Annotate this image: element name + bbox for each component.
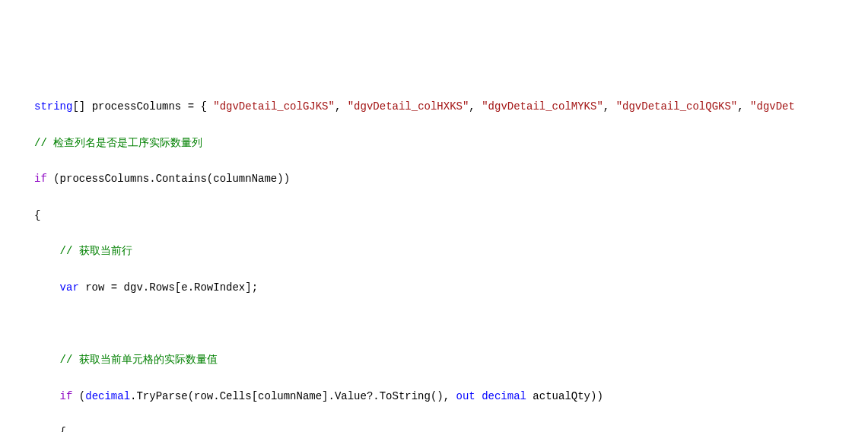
keyword-decimal: decimal [482, 390, 526, 402]
brace: { [34, 209, 40, 221]
keyword-if: if [34, 390, 72, 402]
code-text: , [469, 100, 482, 113]
code-line[interactable]: if (decimal.TryParse(row.Cells[columnNam… [34, 388, 868, 406]
string-literal: "dgvDetail_colQGKS" [616, 100, 738, 113]
code-editor[interactable]: string[] processColumns = { "dgvDetail_c… [34, 80, 868, 432]
code-line[interactable]: { [34, 207, 868, 225]
code-line[interactable]: var row = dgv.Rows[e.RowIndex]; [34, 279, 868, 297]
string-literal: "dgvDetail_colGJKS" [213, 100, 335, 113]
keyword-if: if [34, 173, 47, 185]
code-text: , [603, 100, 616, 113]
code-line[interactable]: // 检查列名是否是工序实际数量列 [34, 135, 868, 153]
keyword-out: out [456, 390, 475, 402]
code-text [475, 390, 482, 402]
code-line[interactable]: // 获取当前单元格的实际数量值 [34, 351, 868, 370]
code-text: row = dgv.Rows[e.RowIndex]; [79, 281, 258, 294]
code-text: (processColumns.Contains(columnName)) [47, 173, 290, 185]
keyword-string: string [34, 100, 72, 113]
code-text: actualQty)) [526, 390, 603, 402]
keyword-var: var [34, 281, 79, 294]
code-text: , [335, 100, 348, 113]
string-literal: "dgvDetail_colMYKS" [482, 100, 603, 113]
code-text: , [737, 100, 750, 113]
code-text: ( [72, 390, 85, 402]
code-line[interactable] [34, 316, 868, 334]
comment: // 获取当前行 [34, 245, 132, 257]
comment: // 检查列名是否是工序实际数量列 [34, 137, 202, 149]
code-line[interactable]: string[] processColumns = { "dgvDetail_c… [34, 98, 868, 116]
brace: { [34, 426, 66, 432]
code-line[interactable]: { [34, 424, 868, 432]
string-literal: "dgvDetail_colHXKS" [348, 100, 469, 113]
string-literal: "dgvDet [750, 100, 795, 113]
comment: // 获取当前单元格的实际数量值 [34, 354, 218, 366]
code-line[interactable]: if (processColumns.Contains(columnName)) [34, 170, 868, 189]
keyword-decimal: decimal [85, 390, 130, 402]
code-line[interactable]: // 获取当前行 [34, 243, 868, 261]
code-text: .TryParse(row.Cells[columnName].Value?.T… [130, 390, 456, 402]
code-text: [] processColumns = { [72, 100, 213, 113]
